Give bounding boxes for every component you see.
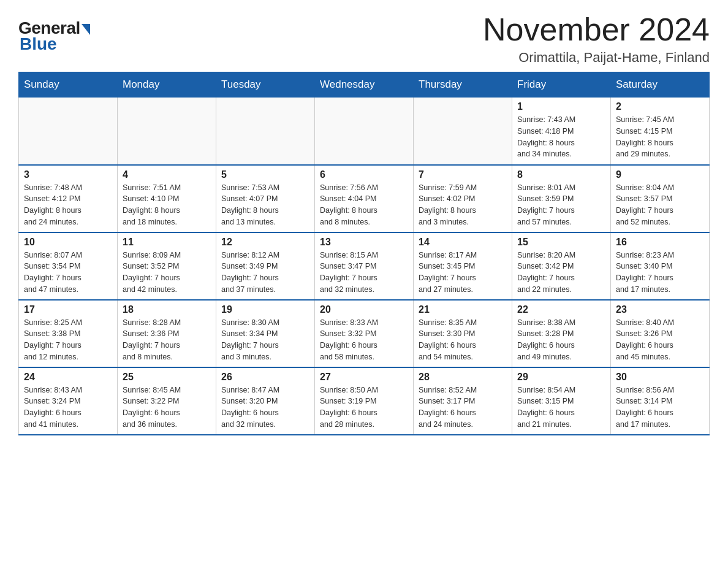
day-info: Sunrise: 8:04 AM Sunset: 3:57 PM Dayligh…	[616, 182, 704, 228]
day-number: 10	[24, 237, 112, 248]
day-number: 3	[24, 169, 112, 180]
calendar-cell	[414, 98, 512, 165]
day-number: 24	[24, 372, 112, 383]
calendar-cell	[216, 98, 315, 165]
day-info: Sunrise: 8:17 AM Sunset: 3:45 PM Dayligh…	[419, 250, 507, 296]
calendar-cell: 29Sunrise: 8:54 AM Sunset: 3:15 PM Dayli…	[512, 367, 611, 435]
calendar-cell: 17Sunrise: 8:25 AM Sunset: 3:38 PM Dayli…	[19, 300, 118, 367]
calendar-table: SundayMondayTuesdayWednesdayThursdayFrid…	[18, 72, 710, 435]
calendar-cell: 9Sunrise: 8:04 AM Sunset: 3:57 PM Daylig…	[611, 165, 710, 232]
calendar-cell	[315, 98, 414, 165]
day-info: Sunrise: 8:01 AM Sunset: 3:59 PM Dayligh…	[517, 182, 605, 228]
calendar-cell: 7Sunrise: 7:59 AM Sunset: 4:02 PM Daylig…	[414, 165, 512, 232]
day-number: 4	[123, 169, 211, 180]
calendar-cell: 26Sunrise: 8:47 AM Sunset: 3:20 PM Dayli…	[216, 367, 315, 435]
day-info: Sunrise: 8:45 AM Sunset: 3:22 PM Dayligh…	[123, 385, 211, 431]
day-number: 23	[616, 304, 704, 315]
day-info: Sunrise: 8:09 AM Sunset: 3:52 PM Dayligh…	[123, 250, 211, 296]
calendar-cell	[118, 98, 216, 165]
day-number: 1	[517, 101, 605, 112]
day-info: Sunrise: 8:40 AM Sunset: 3:26 PM Dayligh…	[616, 317, 704, 363]
calendar-cell: 30Sunrise: 8:56 AM Sunset: 3:14 PM Dayli…	[611, 367, 710, 435]
day-info: Sunrise: 8:50 AM Sunset: 3:19 PM Dayligh…	[320, 385, 408, 431]
day-number: 28	[419, 372, 507, 383]
day-info: Sunrise: 8:33 AM Sunset: 3:32 PM Dayligh…	[320, 317, 408, 363]
day-info: Sunrise: 8:52 AM Sunset: 3:17 PM Dayligh…	[419, 385, 507, 431]
day-info: Sunrise: 8:56 AM Sunset: 3:14 PM Dayligh…	[616, 385, 704, 431]
calendar-cell: 20Sunrise: 8:33 AM Sunset: 3:32 PM Dayli…	[315, 300, 414, 367]
day-number: 8	[517, 169, 605, 180]
day-number: 2	[616, 101, 704, 112]
day-info: Sunrise: 8:54 AM Sunset: 3:15 PM Dayligh…	[517, 385, 605, 431]
calendar-body: 1Sunrise: 7:43 AM Sunset: 4:18 PM Daylig…	[19, 98, 710, 435]
day-number: 29	[517, 372, 605, 383]
calendar-cell: 18Sunrise: 8:28 AM Sunset: 3:36 PM Dayli…	[118, 300, 216, 367]
day-number: 20	[320, 304, 408, 315]
day-info: Sunrise: 7:43 AM Sunset: 4:18 PM Dayligh…	[517, 114, 605, 160]
day-info: Sunrise: 8:47 AM Sunset: 3:20 PM Dayligh…	[221, 385, 309, 431]
day-number: 14	[419, 237, 507, 248]
day-number: 15	[517, 237, 605, 248]
calendar-cell: 21Sunrise: 8:35 AM Sunset: 3:30 PM Dayli…	[414, 300, 512, 367]
calendar-cell: 14Sunrise: 8:17 AM Sunset: 3:45 PM Dayli…	[414, 232, 512, 300]
calendar-cell: 11Sunrise: 8:09 AM Sunset: 3:52 PM Dayli…	[118, 232, 216, 300]
calendar-cell: 1Sunrise: 7:43 AM Sunset: 4:18 PM Daylig…	[512, 98, 611, 165]
day-number: 26	[221, 372, 309, 383]
calendar-cell: 27Sunrise: 8:50 AM Sunset: 3:19 PM Dayli…	[315, 367, 414, 435]
header-day-thursday: Thursday	[414, 72, 512, 98]
day-number: 12	[221, 237, 309, 248]
day-number: 6	[320, 169, 408, 180]
day-number: 7	[419, 169, 507, 180]
header-day-monday: Monday	[118, 72, 216, 98]
calendar-cell: 16Sunrise: 8:23 AM Sunset: 3:40 PM Dayli…	[611, 232, 710, 300]
day-info: Sunrise: 7:53 AM Sunset: 4:07 PM Dayligh…	[221, 182, 309, 228]
header-day-saturday: Saturday	[611, 72, 710, 98]
day-info: Sunrise: 8:35 AM Sunset: 3:30 PM Dayligh…	[419, 317, 507, 363]
calendar-cell: 10Sunrise: 8:07 AM Sunset: 3:54 PM Dayli…	[19, 232, 118, 300]
day-number: 11	[123, 237, 211, 248]
week-row-2: 3Sunrise: 7:48 AM Sunset: 4:12 PM Daylig…	[19, 165, 710, 232]
day-info: Sunrise: 8:23 AM Sunset: 3:40 PM Dayligh…	[616, 250, 704, 296]
day-number: 17	[24, 304, 112, 315]
calendar-subtitle: Orimattila, Paijat-Hame, Finland	[483, 50, 710, 66]
header-day-wednesday: Wednesday	[315, 72, 414, 98]
calendar-cell	[19, 98, 118, 165]
calendar-cell: 15Sunrise: 8:20 AM Sunset: 3:42 PM Dayli…	[512, 232, 611, 300]
day-info: Sunrise: 7:48 AM Sunset: 4:12 PM Dayligh…	[24, 182, 112, 228]
day-number: 9	[616, 169, 704, 180]
day-number: 13	[320, 237, 408, 248]
day-info: Sunrise: 7:51 AM Sunset: 4:10 PM Dayligh…	[123, 182, 211, 228]
calendar-header: SundayMondayTuesdayWednesdayThursdayFrid…	[19, 72, 710, 98]
day-info: Sunrise: 8:30 AM Sunset: 3:34 PM Dayligh…	[221, 317, 309, 363]
day-info: Sunrise: 8:38 AM Sunset: 3:28 PM Dayligh…	[517, 317, 605, 363]
calendar-cell: 4Sunrise: 7:51 AM Sunset: 4:10 PM Daylig…	[118, 165, 216, 232]
calendar-cell: 5Sunrise: 7:53 AM Sunset: 4:07 PM Daylig…	[216, 165, 315, 232]
calendar-cell: 22Sunrise: 8:38 AM Sunset: 3:28 PM Dayli…	[512, 300, 611, 367]
header-day-friday: Friday	[512, 72, 611, 98]
calendar-cell: 13Sunrise: 8:15 AM Sunset: 3:47 PM Dayli…	[315, 232, 414, 300]
logo-blue-text: Blue	[18, 34, 57, 54]
day-info: Sunrise: 7:59 AM Sunset: 4:02 PM Dayligh…	[419, 182, 507, 228]
calendar-cell: 12Sunrise: 8:12 AM Sunset: 3:49 PM Dayli…	[216, 232, 315, 300]
calendar-cell: 6Sunrise: 7:56 AM Sunset: 4:04 PM Daylig…	[315, 165, 414, 232]
logo: General Blue	[18, 18, 90, 54]
day-info: Sunrise: 8:12 AM Sunset: 3:49 PM Dayligh…	[221, 250, 309, 296]
title-block: November 2024 Orimattila, Paijat-Hame, F…	[483, 12, 710, 66]
calendar-cell: 3Sunrise: 7:48 AM Sunset: 4:12 PM Daylig…	[19, 165, 118, 232]
day-number: 25	[123, 372, 211, 383]
day-number: 16	[616, 237, 704, 248]
day-number: 30	[616, 372, 704, 383]
day-info: Sunrise: 8:43 AM Sunset: 3:24 PM Dayligh…	[24, 385, 112, 431]
day-info: Sunrise: 8:07 AM Sunset: 3:54 PM Dayligh…	[24, 250, 112, 296]
day-number: 19	[221, 304, 309, 315]
week-row-3: 10Sunrise: 8:07 AM Sunset: 3:54 PM Dayli…	[19, 232, 710, 300]
day-info: Sunrise: 7:56 AM Sunset: 4:04 PM Dayligh…	[320, 182, 408, 228]
week-row-1: 1Sunrise: 7:43 AM Sunset: 4:18 PM Daylig…	[19, 98, 710, 165]
day-info: Sunrise: 8:15 AM Sunset: 3:47 PM Dayligh…	[320, 250, 408, 296]
week-row-5: 24Sunrise: 8:43 AM Sunset: 3:24 PM Dayli…	[19, 367, 710, 435]
day-number: 18	[123, 304, 211, 315]
day-number: 21	[419, 304, 507, 315]
header: General Blue November 2024 Orimattila, P…	[18, 12, 710, 66]
day-number: 27	[320, 372, 408, 383]
calendar-cell: 28Sunrise: 8:52 AM Sunset: 3:17 PM Dayli…	[414, 367, 512, 435]
